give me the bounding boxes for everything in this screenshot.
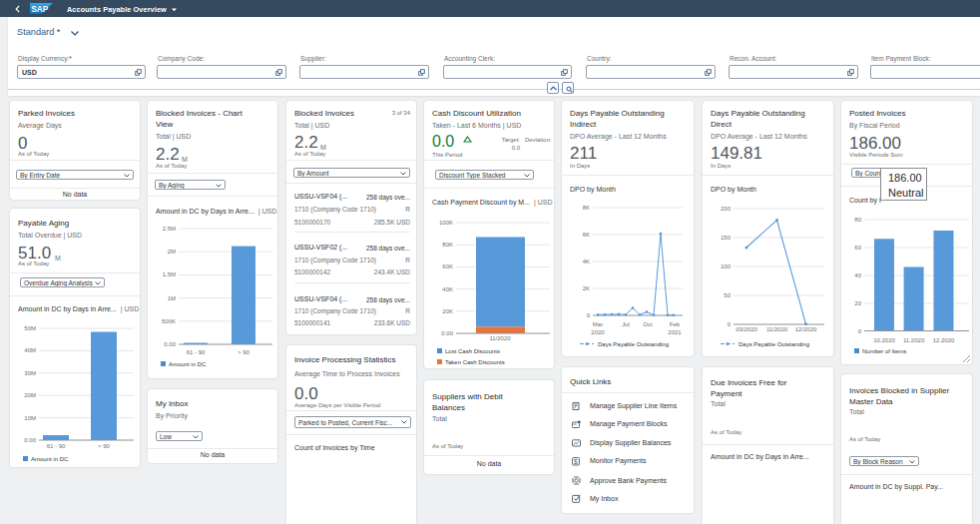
svg-text:50M: 50M [24, 325, 36, 331]
svg-text:80K: 80K [442, 242, 453, 248]
svg-text:20: 20 [854, 300, 861, 306]
svg-text:40M: 40M [24, 347, 36, 353]
svg-text:2020: 2020 [591, 329, 605, 335]
svg-text:Days Payable Outstanding: Days Payable Outstanding [598, 341, 669, 347]
svg-text:2021: 2021 [668, 329, 682, 335]
svg-text:11/2020: 11/2020 [766, 326, 788, 332]
svg-text:0: 0 [858, 328, 862, 334]
svg-text:0.00: 0.00 [164, 341, 176, 347]
svg-text:1M: 1M [168, 295, 176, 301]
svg-text:12.2020: 12.2020 [933, 337, 955, 343]
svg-text:2K: 2K [583, 285, 590, 291]
svg-text:20M: 20M [24, 392, 36, 398]
svg-text:100K: 100K [439, 220, 453, 226]
svg-text:> 90: > 90 [238, 349, 250, 355]
svg-text:11/2020: 11/2020 [489, 335, 511, 341]
svg-text:40: 40 [854, 272, 861, 278]
svg-text:30M: 30M [24, 370, 36, 376]
svg-text:Jul: Jul [622, 321, 630, 327]
svg-text:40K: 40K [442, 286, 453, 292]
svg-text:60: 60 [854, 245, 861, 251]
svg-text:2.5M: 2.5M [163, 226, 176, 232]
svg-text:500K: 500K [162, 318, 176, 324]
svg-text:SAP: SAP [31, 5, 48, 14]
svg-text:20K: 20K [442, 308, 453, 314]
svg-text:0: 0 [728, 321, 732, 327]
svg-text:12/2020: 12/2020 [795, 326, 817, 332]
svg-text:$: $ [574, 458, 578, 465]
svg-text:60K: 60K [442, 263, 453, 269]
svg-text:0: 0 [587, 312, 591, 318]
svg-text:Amount in DC: Amount in DC [169, 361, 207, 367]
svg-text:8K: 8K [583, 205, 590, 211]
svg-text:50: 50 [724, 292, 731, 298]
svg-text:0.00: 0.00 [441, 330, 453, 336]
svg-text:6K: 6K [583, 232, 590, 238]
svg-text:Feb: Feb [670, 321, 681, 327]
svg-text:10M: 10M [24, 415, 36, 421]
svg-text:Days Payable Outstanding: Days Payable Outstanding [738, 341, 809, 347]
svg-text:4K: 4K [583, 259, 590, 264]
svg-text:0.00: 0.00 [24, 437, 36, 443]
svg-text:200: 200 [721, 206, 732, 212]
svg-text:61 - 90: 61 - 90 [47, 443, 66, 449]
svg-text:> 90: > 90 [98, 443, 111, 449]
svg-text:80: 80 [854, 217, 861, 223]
svg-text:10.2020: 10.2020 [873, 337, 895, 343]
svg-text:150: 150 [721, 235, 732, 241]
svg-text:61 - 90: 61 - 90 [187, 349, 206, 355]
svg-text:Amount in DC: Amount in DC [31, 456, 69, 462]
svg-text:03/2020: 03/2020 [735, 326, 757, 332]
svg-text:11.2020: 11.2020 [903, 337, 925, 343]
svg-text:1.5M: 1.5M [163, 271, 176, 277]
svg-text:Mar: Mar [593, 321, 603, 327]
svg-text:Oct: Oct [643, 321, 653, 327]
svg-text:Lost Cash Discounts: Lost Cash Discounts [445, 348, 500, 354]
svg-text:Taken Cash Discounts: Taken Cash Discounts [445, 359, 505, 365]
svg-text:100: 100 [721, 263, 732, 269]
svg-text:2M: 2M [168, 249, 176, 255]
svg-text:Number of Items: Number of Items [862, 348, 906, 354]
